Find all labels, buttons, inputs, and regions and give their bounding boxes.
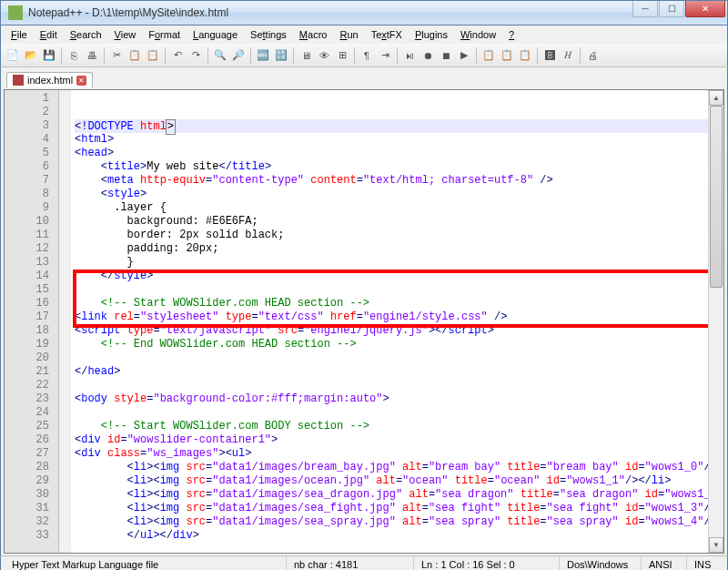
code-line[interactable]: <li><img src="data1/images/sea_fight.jpg… <box>75 502 708 515</box>
status-language: Hyper Text Markup Language file <box>5 556 287 570</box>
toolbar-button-11[interactable]: 🔎 <box>230 47 247 64</box>
menu-macro[interactable]: Macro <box>293 27 334 42</box>
toolbar-button-9[interactable]: ↷ <box>187 47 204 64</box>
code-line[interactable]: <meta http-equiv="content-type" content=… <box>75 174 708 188</box>
titlebar: Notepad++ - D:\1\temp\MySite\index.html … <box>0 0 728 25</box>
code-line[interactable]: <!-- End WOWSlider.com HEAD section --> <box>75 338 708 351</box>
status-position: Ln : 1 Col : 16 Sel : 0 <box>414 556 560 570</box>
code-line[interactable]: </style> <box>75 270 708 283</box>
toolbar: 📄📂💾⎘🖶✂📋📋↶↷🔍🔎🔤🔡🖥👁⊞¶⇥⏯⏺⏹▶📋📋📋🅱𝐻🖨 <box>0 44 728 67</box>
toolbar-button-27[interactable]: 𝐻 <box>560 47 576 64</box>
code-line[interactable]: <li><img src="data1/images/sea_spray.jpg… <box>75 515 708 529</box>
menu-plugins[interactable]: Plugins <box>409 27 454 42</box>
toolbar-button-12[interactable]: 🔤 <box>255 47 271 64</box>
code-line[interactable]: <!-- Start WOWSlider.com HEAD section --… <box>75 297 708 310</box>
toolbar-button-28[interactable]: 🖨 <box>584 47 601 64</box>
code-line[interactable]: <div class="ws_images"><ul>- <box>75 447 708 461</box>
toolbar-button-20[interactable]: ⏺ <box>420 47 436 64</box>
menu-settings[interactable]: Settings <box>244 27 293 42</box>
code-line[interactable]: <html>- <box>75 133 708 147</box>
toolbar-button-0[interactable]: 📄 <box>5 47 21 64</box>
code-line[interactable]: <style>- <box>75 188 708 201</box>
code-area[interactable]: <!DOCTYPE html><html>-<head>- <title>My … <box>71 90 708 553</box>
menu-run[interactable]: Run <box>333 27 364 42</box>
tabbar: index.html ✕ <box>0 67 728 87</box>
toolbar-button-10[interactable]: 🔍 <box>212 47 228 64</box>
code-line[interactable]: <li><img src="data1/images/ocean.jpg" al… <box>75 474 708 488</box>
toolbar-button-19[interactable]: ⏯ <box>401 47 418 64</box>
code-line[interactable]: </head> <box>75 365 708 379</box>
scroll-thumb[interactable] <box>710 106 723 288</box>
status-eol: Dos\Windows <box>560 556 642 570</box>
tab-index-html[interactable]: index.html ✕ <box>6 72 93 87</box>
code-line[interactable]: <script type="text/javascript" src="engi… <box>75 324 708 338</box>
code-line[interactable]: .layer { <box>75 201 708 215</box>
toolbar-button-24[interactable]: 📋 <box>499 47 515 64</box>
code-line[interactable]: padding: 20px; <box>75 242 708 256</box>
editor[interactable]: 1234567891011121314151617181920212223242… <box>4 89 724 554</box>
toolbar-button-4[interactable]: 🖶 <box>84 47 100 64</box>
close-button[interactable]: ✕ <box>685 1 725 17</box>
menu-edit[interactable]: Edit <box>34 27 64 42</box>
toolbar-button-26[interactable]: 🅱 <box>541 47 558 64</box>
toolbar-button-2[interactable]: 💾 <box>41 47 57 64</box>
menubar: FileEditSearchViewFormatLanguageSettings… <box>0 25 728 44</box>
code-line[interactable]: <!-- Start WOWSlider.com BODY section --… <box>75 420 708 433</box>
toolbar-button-15[interactable]: 👁 <box>316 47 332 64</box>
toolbar-button-18[interactable]: ⇥ <box>377 47 393 64</box>
code-line[interactable]: <!DOCTYPE html> <box>75 119 708 133</box>
code-line[interactable]: } <box>75 256 708 270</box>
maximize-button[interactable]: ☐ <box>659 1 684 17</box>
toolbar-button-14[interactable]: 🖥 <box>298 47 314 64</box>
vertical-scrollbar[interactable]: ▲ ▼ <box>708 90 723 553</box>
tab-label: index.html <box>27 75 73 86</box>
code-line[interactable] <box>75 379 708 392</box>
code-line[interactable]: <div id="wowslider-container1">- <box>75 433 708 447</box>
toolbar-button-6[interactable]: 📋 <box>126 47 143 64</box>
minimize-button[interactable]: ─ <box>632 1 658 17</box>
code-line[interactable] <box>75 351 708 365</box>
toolbar-button-3[interactable]: ⎘ <box>66 47 82 64</box>
app-icon <box>8 5 23 20</box>
toolbar-button-13[interactable]: 🔡 <box>273 47 289 64</box>
toolbar-button-16[interactable]: ⊞ <box>334 47 350 64</box>
menu-textfx[interactable]: TextFX <box>365 27 409 42</box>
toolbar-button-8[interactable]: ↶ <box>169 47 186 64</box>
tab-close-icon[interactable]: ✕ <box>76 76 86 86</box>
status-chars: nb char : 4181 <box>287 556 414 570</box>
toolbar-button-17[interactable]: ¶ <box>359 47 375 64</box>
toolbar-button-25[interactable]: 📋 <box>517 47 533 64</box>
toolbar-button-1[interactable]: 📂 <box>23 47 39 64</box>
code-line[interactable]: background: #E6E6FA; <box>75 215 708 229</box>
code-line[interactable] <box>75 283 708 297</box>
code-line[interactable]: <li><img src="data1/images/sea_dragon.jp… <box>75 488 708 502</box>
code-line[interactable]: </ul></div> <box>75 529 708 543</box>
code-line[interactable]: <body style="background-color:#fff;margi… <box>75 392 708 406</box>
menu-search[interactable]: Search <box>64 27 108 42</box>
menu-window[interactable]: Window <box>454 27 502 42</box>
code-line[interactable] <box>75 406 708 420</box>
code-line[interactable]: <link rel="stylesheet" type="text/css" h… <box>75 310 708 324</box>
menu-view[interactable]: View <box>108 27 143 42</box>
file-icon <box>13 75 24 86</box>
toolbar-button-21[interactable]: ⏹ <box>438 47 454 64</box>
code-line[interactable]: <head>- <box>75 147 708 160</box>
toolbar-button-5[interactable]: ✂ <box>108 47 125 64</box>
toolbar-button-23[interactable]: 📋 <box>480 47 497 64</box>
code-line[interactable]: <li><img src="data1/images/bream_bay.jpg… <box>75 461 708 474</box>
menu-language[interactable]: Language <box>187 27 244 42</box>
window-title: Notepad++ - D:\1\temp\MySite\index.html <box>28 6 228 19</box>
menu-file[interactable]: File <box>5 27 34 42</box>
menu-?[interactable]: ? <box>502 27 521 42</box>
scroll-up-icon[interactable]: ▲ <box>709 90 723 106</box>
fold-column[interactable] <box>59 90 71 553</box>
code-line[interactable]: <title>My web site</title> <box>75 160 708 174</box>
scroll-down-icon[interactable]: ▼ <box>709 537 723 553</box>
code-line[interactable] <box>75 543 708 553</box>
line-gutter: 1234567891011121314151617181920212223242… <box>5 90 59 553</box>
toolbar-button-7[interactable]: 📋 <box>145 47 161 64</box>
code-line[interactable]: border: 2px solid black; <box>75 229 708 242</box>
menu-format[interactable]: Format <box>142 27 187 42</box>
statusbar: Hyper Text Markup Language file nb char … <box>0 555 728 570</box>
toolbar-button-22[interactable]: ▶ <box>456 47 472 64</box>
